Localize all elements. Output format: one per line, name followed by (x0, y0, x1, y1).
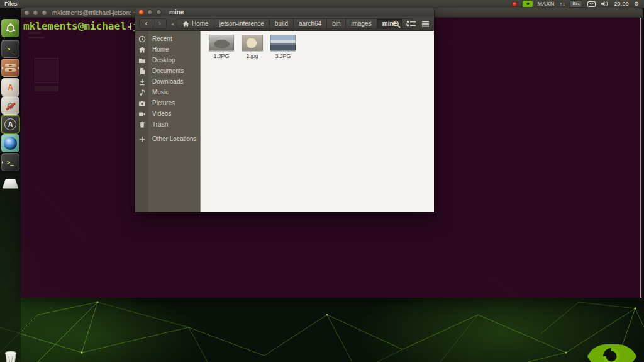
clock-label[interactable]: 20:09 (614, 1, 629, 7)
system-tray: MAXN ↑↓ En, 20:09 ⚙ (512, 0, 644, 8)
file-grid[interactable]: 1.JPG 2.jpg 3.JPG (201, 31, 434, 212)
terminal-minimize-button[interactable] (33, 10, 38, 16)
photo-thumbnail-mountains (270, 35, 296, 51)
home-icon (182, 21, 189, 27)
breadcrumb-aarch64[interactable]: aarch64 (294, 18, 327, 29)
launcher-white-app-icon[interactable] (1, 172, 19, 190)
photo-thumbnail-elephant (209, 35, 234, 51)
camera-icon (138, 99, 146, 107)
performance-mode-label[interactable]: MAXN (538, 1, 555, 7)
sidebar-item-home[interactable]: Home (135, 44, 200, 55)
breadcrumb-images[interactable]: images (346, 18, 377, 29)
sidebar-item-videos[interactable]: Videos (135, 108, 200, 119)
places-sidebar: Recent Home Desktop (135, 31, 201, 212)
file-item[interactable]: 2.jpg (238, 35, 267, 212)
list-view-icon (407, 20, 416, 28)
breadcrumb: Home jetson-inference build aarch64 bin … (177, 18, 413, 29)
sidebar-item-documents[interactable]: Documents (135, 65, 200, 76)
trash-icon (138, 121, 146, 128)
forward-button[interactable]: › (153, 19, 166, 28)
sidebar-item-pictures[interactable]: Pictures (135, 98, 200, 108)
history-nav-group: ‹ › (139, 18, 167, 29)
photo-thumbnail-dog (242, 35, 263, 51)
launcher-files-icon[interactable] (1, 59, 19, 77)
hamburger-menu-icon (421, 20, 430, 28)
file-name: 1.JPG (213, 53, 229, 59)
folder-icon (138, 57, 146, 64)
plus-icon (138, 135, 146, 143)
files-titlebar[interactable]: mine (135, 8, 434, 16)
globe-icon (4, 137, 17, 150)
launcher-system-settings-icon[interactable]: ⚙ (1, 96, 19, 115)
terminal-glyph: >_ (7, 159, 14, 166)
drawer-graphic (5, 63, 16, 72)
launcher-software-center-icon[interactable]: A (1, 115, 19, 133)
music-note-icon (138, 89, 146, 96)
files-close-button[interactable] (138, 9, 144, 15)
back-button[interactable]: ‹ (140, 19, 153, 28)
clock-icon (138, 35, 146, 43)
desktop: >_ A ⚙ A >_ (0, 0, 644, 362)
ghost-icon-outline (35, 58, 58, 83)
sidebar-item-music[interactable]: Music (135, 87, 200, 98)
focused-indicator-arrow (18, 65, 19, 71)
search-button[interactable] (391, 19, 402, 29)
home-icon (138, 46, 146, 54)
trapezoid-graphic (3, 179, 19, 189)
running-indicator-arrow (1, 65, 3, 71)
files-window: mine ‹ › ◂ Home jetson-inference build a… (135, 8, 434, 212)
video-camera-icon (138, 110, 146, 118)
launcher-ubuntu-dash-icon[interactable] (1, 19, 19, 37)
sidebar-item-recent[interactable]: Recent (135, 33, 200, 44)
window-menu-button[interactable] (419, 19, 431, 29)
path-scroll-left-button[interactable]: ◂ (169, 18, 175, 29)
volume-speaker-icon[interactable] (601, 1, 609, 7)
trash-can-icon (4, 351, 18, 362)
file-item[interactable]: 1.JPG (207, 35, 236, 212)
sidebar-item-downloads[interactable]: Downloads (135, 76, 200, 87)
download-arrow-icon (138, 78, 146, 86)
top-panel: Files MAXN ↑↓ En, 20:09 ⚙ (0, 0, 644, 8)
file-name: 3.JPG (275, 53, 291, 59)
launcher-browser-icon[interactable] (1, 134, 19, 152)
breadcrumb-jetson-inference[interactable]: jetson-inference (214, 18, 270, 29)
search-icon (392, 20, 401, 28)
terminal-scrollbar[interactable] (640, 18, 641, 298)
nvidia-tray-icon[interactable] (523, 1, 533, 7)
keyboard-layout-indicator[interactable]: En, (570, 0, 582, 8)
files-maximize-button[interactable] (156, 9, 162, 15)
circle-of-friends-icon (5, 23, 16, 34)
sidebar-item-trash[interactable]: Trash (135, 119, 200, 130)
terminal-glyph: >_ (7, 46, 14, 52)
record-indicator-icon[interactable] (512, 1, 518, 7)
breadcrumb-build[interactable]: build (270, 18, 294, 29)
circular-arrow-ring: A (4, 118, 16, 130)
text-cursor-pointer (128, 23, 133, 31)
mail-envelope-icon[interactable] (587, 1, 596, 7)
file-name: 2.jpg (246, 53, 258, 59)
launcher: >_ A ⚙ A >_ (0, 8, 21, 362)
terminal-faint-output (28, 28, 50, 41)
app-menu-label[interactable]: Files (4, 1, 18, 7)
launcher-terminal2-icon[interactable]: >_ (1, 153, 19, 171)
document-icon (138, 67, 146, 75)
file-item[interactable]: 3.JPG (269, 35, 297, 212)
running-indicator-arrow (1, 160, 3, 165)
session-gear-icon[interactable]: ⚙ (634, 1, 639, 7)
files-minimize-button[interactable] (147, 9, 153, 15)
bag-letter: A (8, 83, 13, 92)
view-toggle-button[interactable] (406, 19, 417, 29)
terminal-maximize-button[interactable] (42, 10, 47, 16)
store-letter: A (8, 121, 13, 128)
sidebar-item-desktop[interactable]: Desktop (135, 55, 200, 65)
network-arrows-icon[interactable]: ↑↓ (559, 1, 565, 7)
launcher-terminal-icon[interactable]: >_ (1, 40, 19, 58)
breadcrumb-bin[interactable]: bin (327, 18, 346, 29)
nvidia-logo (587, 342, 636, 362)
files-body: Recent Home Desktop (135, 31, 434, 212)
terminal-close-button[interactable] (24, 10, 30, 16)
launcher-software-bag-icon[interactable]: A (1, 78, 19, 96)
breadcrumb-home[interactable]: Home (177, 18, 214, 29)
sidebar-item-other-locations[interactable]: Other Locations (135, 133, 200, 144)
launcher-trash-icon[interactable] (1, 349, 19, 362)
